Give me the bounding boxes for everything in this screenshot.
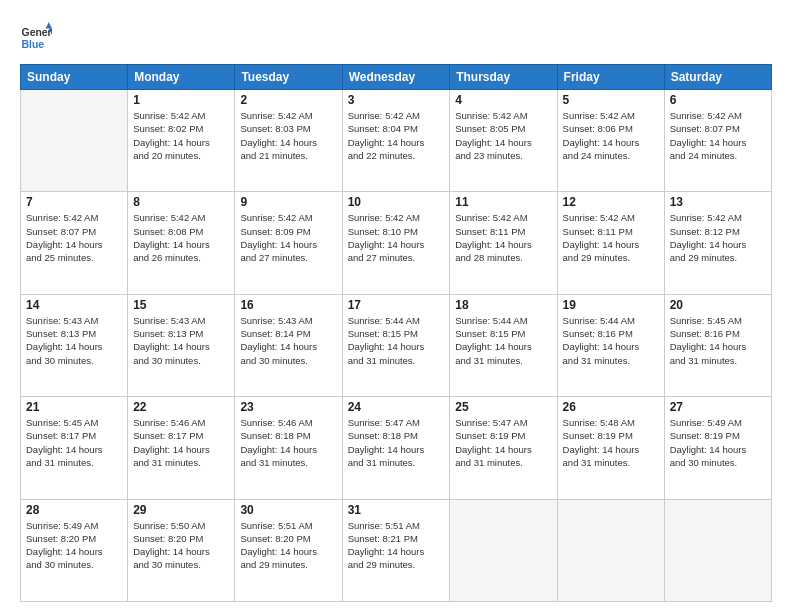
- day-info: Sunrise: 5:51 AMSunset: 8:21 PMDaylight:…: [348, 519, 445, 572]
- day-info: Sunrise: 5:42 AMSunset: 8:07 PMDaylight:…: [670, 109, 766, 162]
- day-header-monday: Monday: [128, 65, 235, 90]
- day-info: Sunrise: 5:42 AMSunset: 8:04 PMDaylight:…: [348, 109, 445, 162]
- header: General Blue: [20, 18, 772, 54]
- day-info: Sunrise: 5:46 AMSunset: 8:18 PMDaylight:…: [240, 416, 336, 469]
- calendar-cell: 4Sunrise: 5:42 AMSunset: 8:05 PMDaylight…: [450, 90, 557, 192]
- calendar-cell: 17Sunrise: 5:44 AMSunset: 8:15 PMDayligh…: [342, 294, 450, 396]
- calendar-table: SundayMondayTuesdayWednesdayThursdayFrid…: [20, 64, 772, 602]
- day-info: Sunrise: 5:47 AMSunset: 8:19 PMDaylight:…: [455, 416, 551, 469]
- day-number: 29: [133, 503, 229, 517]
- calendar-week-4: 21Sunrise: 5:45 AMSunset: 8:17 PMDayligh…: [21, 397, 772, 499]
- calendar-cell: 2Sunrise: 5:42 AMSunset: 8:03 PMDaylight…: [235, 90, 342, 192]
- calendar-cell: [21, 90, 128, 192]
- calendar-cell: 26Sunrise: 5:48 AMSunset: 8:19 PMDayligh…: [557, 397, 664, 499]
- day-number: 28: [26, 503, 122, 517]
- calendar-cell: 21Sunrise: 5:45 AMSunset: 8:17 PMDayligh…: [21, 397, 128, 499]
- day-number: 3: [348, 93, 445, 107]
- day-number: 22: [133, 400, 229, 414]
- day-info: Sunrise: 5:42 AMSunset: 8:03 PMDaylight:…: [240, 109, 336, 162]
- day-info: Sunrise: 5:48 AMSunset: 8:19 PMDaylight:…: [563, 416, 659, 469]
- calendar-cell: 7Sunrise: 5:42 AMSunset: 8:07 PMDaylight…: [21, 192, 128, 294]
- day-info: Sunrise: 5:42 AMSunset: 8:11 PMDaylight:…: [563, 211, 659, 264]
- calendar-cell: [557, 499, 664, 601]
- day-info: Sunrise: 5:43 AMSunset: 8:13 PMDaylight:…: [133, 314, 229, 367]
- day-number: 2: [240, 93, 336, 107]
- day-info: Sunrise: 5:43 AMSunset: 8:14 PMDaylight:…: [240, 314, 336, 367]
- day-header-wednesday: Wednesday: [342, 65, 450, 90]
- day-info: Sunrise: 5:42 AMSunset: 8:07 PMDaylight:…: [26, 211, 122, 264]
- day-info: Sunrise: 5:42 AMSunset: 8:06 PMDaylight:…: [563, 109, 659, 162]
- day-number: 18: [455, 298, 551, 312]
- calendar-cell: 14Sunrise: 5:43 AMSunset: 8:13 PMDayligh…: [21, 294, 128, 396]
- day-info: Sunrise: 5:49 AMSunset: 8:19 PMDaylight:…: [670, 416, 766, 469]
- day-number: 1: [133, 93, 229, 107]
- logo-icon: General Blue: [20, 22, 52, 54]
- day-info: Sunrise: 5:43 AMSunset: 8:13 PMDaylight:…: [26, 314, 122, 367]
- day-number: 15: [133, 298, 229, 312]
- calendar-cell: 27Sunrise: 5:49 AMSunset: 8:19 PMDayligh…: [664, 397, 771, 499]
- logo: General Blue: [20, 22, 52, 54]
- calendar-cell: 9Sunrise: 5:42 AMSunset: 8:09 PMDaylight…: [235, 192, 342, 294]
- calendar-week-3: 14Sunrise: 5:43 AMSunset: 8:13 PMDayligh…: [21, 294, 772, 396]
- day-info: Sunrise: 5:45 AMSunset: 8:17 PMDaylight:…: [26, 416, 122, 469]
- calendar-header-row: SundayMondayTuesdayWednesdayThursdayFrid…: [21, 65, 772, 90]
- svg-marker-2: [46, 22, 52, 28]
- day-header-tuesday: Tuesday: [235, 65, 342, 90]
- day-number: 11: [455, 195, 551, 209]
- calendar-cell: 16Sunrise: 5:43 AMSunset: 8:14 PMDayligh…: [235, 294, 342, 396]
- calendar-cell: 28Sunrise: 5:49 AMSunset: 8:20 PMDayligh…: [21, 499, 128, 601]
- calendar-cell: 18Sunrise: 5:44 AMSunset: 8:15 PMDayligh…: [450, 294, 557, 396]
- calendar-cell: 29Sunrise: 5:50 AMSunset: 8:20 PMDayligh…: [128, 499, 235, 601]
- calendar-cell: 31Sunrise: 5:51 AMSunset: 8:21 PMDayligh…: [342, 499, 450, 601]
- day-number: 10: [348, 195, 445, 209]
- day-number: 16: [240, 298, 336, 312]
- calendar-cell: 24Sunrise: 5:47 AMSunset: 8:18 PMDayligh…: [342, 397, 450, 499]
- day-number: 17: [348, 298, 445, 312]
- day-info: Sunrise: 5:44 AMSunset: 8:16 PMDaylight:…: [563, 314, 659, 367]
- calendar-cell: 22Sunrise: 5:46 AMSunset: 8:17 PMDayligh…: [128, 397, 235, 499]
- day-number: 23: [240, 400, 336, 414]
- day-number: 9: [240, 195, 336, 209]
- calendar-cell: 23Sunrise: 5:46 AMSunset: 8:18 PMDayligh…: [235, 397, 342, 499]
- day-number: 8: [133, 195, 229, 209]
- day-info: Sunrise: 5:42 AMSunset: 8:10 PMDaylight:…: [348, 211, 445, 264]
- day-number: 14: [26, 298, 122, 312]
- calendar-cell: 19Sunrise: 5:44 AMSunset: 8:16 PMDayligh…: [557, 294, 664, 396]
- svg-text:General: General: [22, 27, 52, 38]
- calendar-week-1: 1Sunrise: 5:42 AMSunset: 8:02 PMDaylight…: [21, 90, 772, 192]
- day-header-thursday: Thursday: [450, 65, 557, 90]
- calendar-cell: 20Sunrise: 5:45 AMSunset: 8:16 PMDayligh…: [664, 294, 771, 396]
- day-number: 19: [563, 298, 659, 312]
- day-number: 5: [563, 93, 659, 107]
- day-number: 21: [26, 400, 122, 414]
- calendar-cell: 3Sunrise: 5:42 AMSunset: 8:04 PMDaylight…: [342, 90, 450, 192]
- calendar-cell: [664, 499, 771, 601]
- day-info: Sunrise: 5:42 AMSunset: 8:11 PMDaylight:…: [455, 211, 551, 264]
- day-info: Sunrise: 5:42 AMSunset: 8:09 PMDaylight:…: [240, 211, 336, 264]
- day-info: Sunrise: 5:44 AMSunset: 8:15 PMDaylight:…: [455, 314, 551, 367]
- day-info: Sunrise: 5:42 AMSunset: 8:12 PMDaylight:…: [670, 211, 766, 264]
- day-info: Sunrise: 5:47 AMSunset: 8:18 PMDaylight:…: [348, 416, 445, 469]
- calendar-cell: 5Sunrise: 5:42 AMSunset: 8:06 PMDaylight…: [557, 90, 664, 192]
- day-number: 31: [348, 503, 445, 517]
- calendar-cell: 30Sunrise: 5:51 AMSunset: 8:20 PMDayligh…: [235, 499, 342, 601]
- calendar-week-2: 7Sunrise: 5:42 AMSunset: 8:07 PMDaylight…: [21, 192, 772, 294]
- day-number: 25: [455, 400, 551, 414]
- day-number: 7: [26, 195, 122, 209]
- day-number: 6: [670, 93, 766, 107]
- svg-text:Blue: Blue: [22, 39, 45, 50]
- calendar-cell: 10Sunrise: 5:42 AMSunset: 8:10 PMDayligh…: [342, 192, 450, 294]
- day-info: Sunrise: 5:42 AMSunset: 8:08 PMDaylight:…: [133, 211, 229, 264]
- calendar-cell: 11Sunrise: 5:42 AMSunset: 8:11 PMDayligh…: [450, 192, 557, 294]
- day-info: Sunrise: 5:42 AMSunset: 8:02 PMDaylight:…: [133, 109, 229, 162]
- day-info: Sunrise: 5:44 AMSunset: 8:15 PMDaylight:…: [348, 314, 445, 367]
- day-number: 24: [348, 400, 445, 414]
- day-info: Sunrise: 5:46 AMSunset: 8:17 PMDaylight:…: [133, 416, 229, 469]
- day-header-saturday: Saturday: [664, 65, 771, 90]
- calendar-week-5: 28Sunrise: 5:49 AMSunset: 8:20 PMDayligh…: [21, 499, 772, 601]
- day-header-friday: Friday: [557, 65, 664, 90]
- day-number: 12: [563, 195, 659, 209]
- calendar-cell: 15Sunrise: 5:43 AMSunset: 8:13 PMDayligh…: [128, 294, 235, 396]
- calendar-cell: 13Sunrise: 5:42 AMSunset: 8:12 PMDayligh…: [664, 192, 771, 294]
- day-info: Sunrise: 5:45 AMSunset: 8:16 PMDaylight:…: [670, 314, 766, 367]
